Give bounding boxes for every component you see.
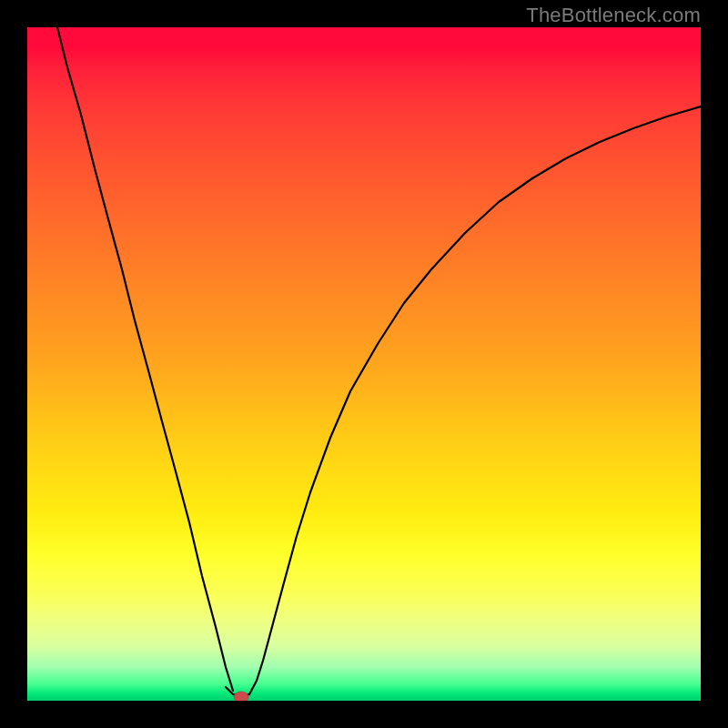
bottleneck-curve <box>27 27 701 701</box>
chart-container: TheBottleneck.com <box>0 0 728 728</box>
optimum-marker <box>234 692 248 701</box>
watermark-text: TheBottleneck.com <box>526 4 701 27</box>
plot-area <box>27 27 701 701</box>
curve-left-branch <box>57 27 233 691</box>
curve-right-branch <box>249 106 701 694</box>
